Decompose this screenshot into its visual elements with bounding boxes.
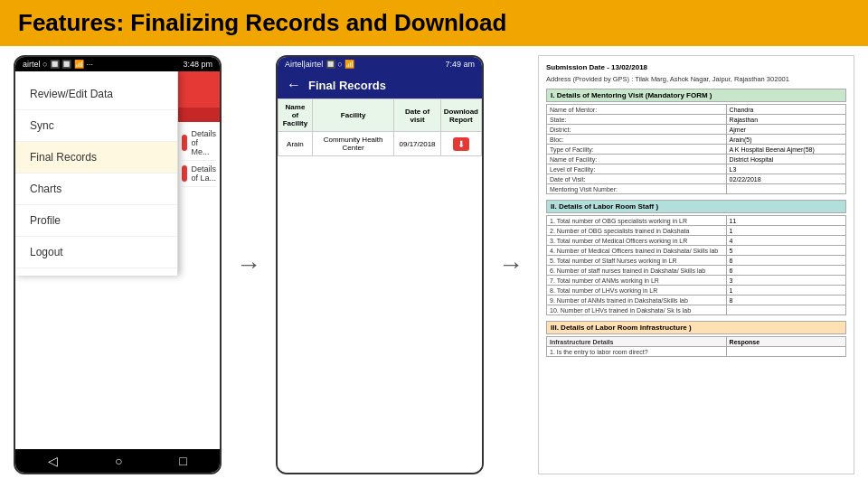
doc-row: Name of Mentor:Chandra — [547, 105, 846, 115]
section3-col1: Infrastructure Details — [547, 337, 727, 347]
doc-row: Level of Facility:L3 — [547, 164, 846, 174]
doc-row: 9. Number of ANMs trained in Dakshata/Sk… — [547, 296, 846, 305]
phone1-status-right: 3:48 pm — [183, 60, 212, 69]
nav-home[interactable]: ○ — [115, 454, 122, 468]
menu-item-profile[interactable]: Profile — [15, 205, 177, 237]
back-button[interactable]: ← — [287, 77, 301, 93]
submission-date: Submission Date - 13/02/2018 — [546, 63, 846, 71]
phone2-status-bar: Airtel|airtel 🔲 ○ 📶 7:49 am — [278, 57, 482, 71]
phone1-menu: Review/Edit Data Sync Final Records Char… — [15, 71, 178, 276]
document-panel: Submission Date - 13/02/2018 Address (Pr… — [538, 55, 854, 474]
cell-download[interactable]: ⬇ — [440, 132, 481, 156]
phone1-screen: 🏥 स्वास्थ्य एवं परि Daks Review/Edit Dat… — [15, 71, 220, 449]
section3-col2: Response — [726, 337, 845, 347]
cell-date: 09/17/2018 — [394, 132, 440, 156]
col-header-date: Date of visit — [394, 99, 440, 132]
doc-row: Date of Visit:02/22/2018 — [547, 174, 846, 184]
doc-row: 1. Total number of OBG specialists worki… — [547, 216, 846, 226]
doc-row: Name of Facility:District Hospital — [547, 155, 846, 164]
section2-title: II. Details of Labor Room Staff ) — [546, 200, 846, 213]
menu-item-logout[interactable]: Logout — [15, 237, 177, 268]
doc-row: Type of Facility:A K Hospital Beenai Ajm… — [547, 145, 846, 155]
menu-item-charts[interactable]: Charts — [15, 174, 177, 205]
nav-recent[interactable]: □ — [179, 454, 186, 468]
phone1-nav: ◁ ○ □ — [15, 449, 220, 473]
doc-row: Mentoring Visit Number: — [547, 184, 846, 194]
doc-row: 5. Total number of Staff Nurses working … — [547, 256, 846, 266]
phone1-status-left: airtel ○ 🔲 🔲 📶 ··· — [23, 60, 93, 69]
section1-table: Name of Mentor:ChandraState:RajasthanDis… — [546, 104, 846, 194]
col-header-name: Name ofFacility — [278, 99, 313, 132]
section2-table: 1. Total number of OBG specialists worki… — [546, 215, 846, 315]
doc-row: 10. Number of LHVs trained in Dakshata/ … — [547, 305, 846, 315]
doc-row: 4. Number of Medical Officers trained in… — [547, 246, 846, 256]
main-content: airtel ○ 🔲 🔲 📶 ··· 3:48 pm 🏥 स्वास्थ्य ए… — [0, 46, 868, 483]
phone1-status-bar: airtel ○ 🔲 🔲 📶 ··· 3:48 pm — [15, 57, 220, 71]
page-header: Features: Finalizing Records and Downloa… — [0, 0, 868, 46]
menu-item-review[interactable]: Review/Edit Data — [15, 79, 177, 110]
cell-name: Arain — [278, 132, 313, 156]
doc-row: 2. Number of OBG specialists trained in … — [547, 226, 846, 236]
table-row: Arain Community Health Center 09/17/2018… — [278, 132, 482, 156]
doc-row: 1. Is the entry to labor room direct? — [547, 347, 846, 357]
phone1-bg-content: Details of Me... Details of La... — [178, 122, 220, 191]
page-title: Features: Finalizing Records and Downloa… — [18, 9, 506, 37]
records-table: Name ofFacility Facility Date of visit D… — [278, 99, 482, 156]
phone1-mockup: airtel ○ 🔲 🔲 📶 ··· 3:48 pm 🏥 स्वास्थ्य ए… — [14, 55, 222, 474]
doc-row: 6. Number of staff nurses trained in Dak… — [547, 266, 846, 276]
phone2-screen: Name ofFacility Facility Date of visit D… — [278, 99, 482, 473]
nav-back[interactable]: ◁ — [48, 454, 58, 468]
section3-table: Infrastructure Details Response 1. Is th… — [546, 336, 846, 357]
arrow2: → — [495, 55, 527, 474]
doc-row: 3. Total number of Medical Officers work… — [547, 236, 846, 246]
phone2-mockup: Airtel|airtel 🔲 ○ 📶 7:49 am ← Final Reco… — [276, 55, 484, 474]
doc-row: State:Rajasthan — [547, 115, 846, 125]
phone2-header: ← Final Records — [278, 71, 482, 99]
download-button[interactable]: ⬇ — [453, 137, 469, 151]
doc-row: 7. Total number of ANMs working in LR3 — [547, 276, 846, 286]
section3-title: III. Details of Labor Room Infrastructur… — [546, 321, 846, 334]
cell-facility: Community Health Center — [312, 132, 393, 156]
menu-item-sync[interactable]: Sync — [15, 110, 177, 142]
arrow1: → — [232, 55, 265, 474]
doc-row: 8. Total number of LHVs working in LR1 — [547, 286, 846, 296]
doc-row: Bloc:Arain(5) — [547, 135, 846, 145]
col-header-download: DownloadReport — [440, 99, 481, 132]
phone2-status-right: 7:49 am — [445, 60, 475, 69]
menu-item-final-records[interactable]: Final Records — [15, 142, 177, 174]
section1-title: I. Details of Mentoring Visit (Mandatory… — [546, 89, 846, 102]
phone2-status-left: Airtel|airtel 🔲 ○ 📶 — [285, 60, 354, 69]
doc-row: District:Ajmer — [547, 125, 846, 135]
doc-address: Address (Provided by GPS) : Tilak Marg, … — [546, 75, 846, 83]
final-records-title: Final Records — [308, 79, 386, 92]
col-header-facility: Facility — [312, 99, 393, 132]
